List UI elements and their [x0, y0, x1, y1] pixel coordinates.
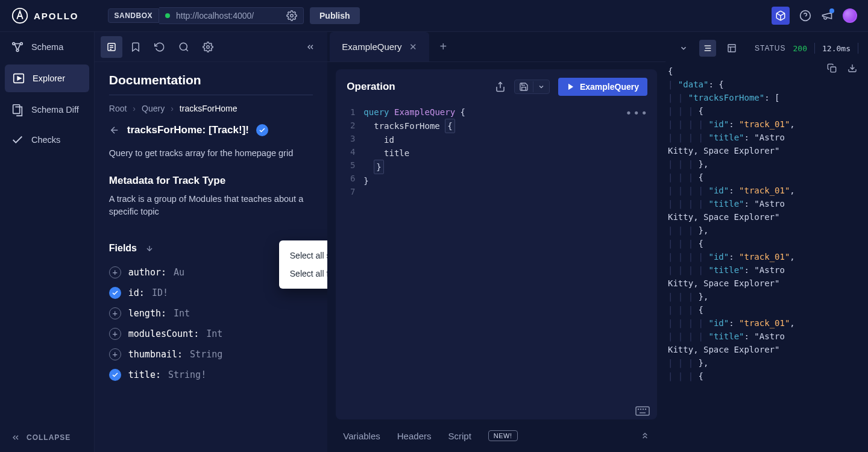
add-tab-button[interactable]: +: [429, 40, 458, 54]
field-name: length:: [128, 308, 166, 319]
svg-point-22: [640, 409, 641, 410]
keyboard-shortcuts-icon[interactable]: [635, 406, 650, 416]
collapse-sidebar-button[interactable]: COLLAPSE: [0, 423, 94, 452]
collapse-label: COLLAPSE: [27, 433, 71, 442]
operation-tab[interactable]: ExampleQuery ✕: [330, 32, 429, 61]
chevron-down-icon[interactable]: [675, 40, 692, 57]
announcements-icon[interactable]: [821, 10, 833, 22]
bookmark-button[interactable]: [125, 36, 146, 58]
back-arrow-icon[interactable]: [109, 125, 120, 136]
field-add-icon[interactable]: +: [109, 266, 121, 278]
run-query-button[interactable]: ExampleQuery: [558, 78, 647, 96]
url-text: http://localhost:4000/: [176, 11, 254, 20]
share-icon[interactable]: [495, 81, 506, 92]
status-code: 200: [793, 44, 807, 53]
publish-button[interactable]: Publish: [310, 7, 360, 24]
history-button[interactable]: [149, 36, 171, 58]
field-description: Query to get tracks array for the homepa…: [109, 142, 313, 171]
close-tab-icon[interactable]: ✕: [409, 42, 417, 52]
sidebar-item-explorer[interactable]: Explorer: [5, 64, 89, 92]
code-editor[interactable]: ••• 1234567 query ExampleQuery { tracksF…: [336, 103, 657, 419]
svg-point-23: [643, 409, 643, 410]
svg-marker-7: [17, 77, 21, 80]
field-selected-icon[interactable]: [109, 287, 121, 299]
play-icon: [567, 83, 575, 91]
collapse-docs-button[interactable]: [300, 36, 321, 58]
response-body[interactable]: { | "data": { | | "tracksForHome": [ | |…: [665, 62, 868, 452]
response-json: { | "data": { | | "tracksForHome": [ | |…: [668, 64, 861, 383]
operation-header: Operation ExampleQuery: [336, 69, 657, 103]
field-return-type[interactable]: [Track!]!: [209, 124, 249, 136]
svg-rect-29: [728, 45, 735, 52]
response-view-json-icon[interactable]: [699, 40, 716, 57]
operation-editor: Operation ExampleQuery ••• 123456: [336, 69, 657, 419]
field-type[interactable]: Au: [174, 267, 184, 278]
menu-item-select-recursive[interactable]: Select all fields recursively: [279, 265, 328, 283]
svg-point-15: [207, 45, 210, 48]
check-icon: [11, 133, 24, 146]
breadcrumb-root[interactable]: Root: [109, 104, 127, 113]
status-label: STATUS: [755, 44, 786, 52]
field-add-icon[interactable]: +: [109, 348, 121, 360]
field-name: title:: [128, 369, 161, 380]
field-type[interactable]: String: [190, 349, 222, 360]
tab-variables[interactable]: Variables: [343, 431, 380, 441]
studio-icon[interactable]: [772, 7, 790, 25]
field-name: id:: [128, 287, 145, 298]
breadcrumb-query[interactable]: Query: [142, 104, 165, 113]
field-add-icon[interactable]: +: [109, 307, 121, 319]
tab-script[interactable]: Script: [448, 431, 471, 441]
new-badge: NEW!: [488, 430, 518, 441]
response-time: 12.0ms: [822, 44, 851, 53]
save-operation-button[interactable]: [514, 80, 550, 94]
field-row[interactable]: +thumbnail: String: [109, 344, 313, 365]
user-avatar[interactable]: [843, 8, 857, 23]
apollo-logo-icon: [11, 7, 29, 25]
docs-view-button[interactable]: [101, 36, 122, 58]
sidebar: Schema Explorer Schema Diff Checks COLLA…: [0, 32, 95, 452]
help-icon[interactable]: [799, 10, 811, 22]
sidebar-item-schema[interactable]: Schema: [0, 32, 94, 62]
chevron-down-icon[interactable]: [533, 81, 549, 92]
sidebar-item-schema-diff[interactable]: Schema Diff: [0, 95, 94, 125]
field-type[interactable]: ID!: [152, 287, 168, 298]
metadata-heading: Metadata for Track Type: [109, 171, 313, 192]
sidebar-item-label: Checks: [31, 135, 60, 145]
documentation-panel: Documentation Root › Query › tracksForHo…: [95, 32, 328, 452]
tab-headers[interactable]: Headers: [397, 431, 432, 441]
menu-item-select-scalar[interactable]: Select all scalar fields: [279, 246, 328, 265]
response-header: STATUS 200 12.0ms: [665, 34, 868, 62]
more-menu-icon[interactable]: •••: [625, 107, 649, 120]
sort-arrow-icon[interactable]: [145, 244, 154, 253]
field-row[interactable]: title: String!: [109, 365, 313, 385]
fields-label: Fields: [109, 243, 137, 254]
field-selected-icon[interactable]: [109, 369, 121, 381]
url-group: SANDBOX http://localhost:4000/: [108, 7, 304, 24]
response-view-table-icon[interactable]: [723, 40, 740, 57]
svg-marker-19: [568, 84, 573, 90]
field-type[interactable]: Int: [174, 308, 190, 319]
download-response-icon[interactable]: [848, 63, 857, 73]
field-type[interactable]: Int: [206, 328, 222, 339]
tab-label: ExampleQuery: [342, 42, 401, 52]
field-add-icon[interactable]: +: [109, 328, 121, 340]
field-name: author:: [128, 267, 166, 278]
chevron-right-icon: ›: [133, 104, 136, 113]
settings-button[interactable]: [197, 36, 219, 58]
svg-point-1: [291, 14, 294, 17]
svg-line-14: [186, 49, 187, 51]
url-input[interactable]: http://localhost:4000/: [159, 7, 304, 24]
topbar-right: [772, 7, 857, 25]
notification-dot-icon: [829, 8, 834, 13]
save-icon: [515, 80, 533, 93]
explorer-icon: [12, 72, 25, 85]
field-row[interactable]: +length: Int: [109, 303, 313, 324]
field-row[interactable]: +modulesCount: Int: [109, 324, 313, 344]
sidebar-item-checks[interactable]: Checks: [0, 125, 94, 155]
field-type[interactable]: String!: [168, 369, 206, 380]
expand-bottom-icon[interactable]: [640, 431, 650, 441]
url-settings-icon[interactable]: [286, 10, 297, 21]
copy-response-icon[interactable]: [827, 63, 837, 73]
search-button[interactable]: [173, 36, 195, 58]
sandbox-badge: SANDBOX: [108, 8, 160, 23]
